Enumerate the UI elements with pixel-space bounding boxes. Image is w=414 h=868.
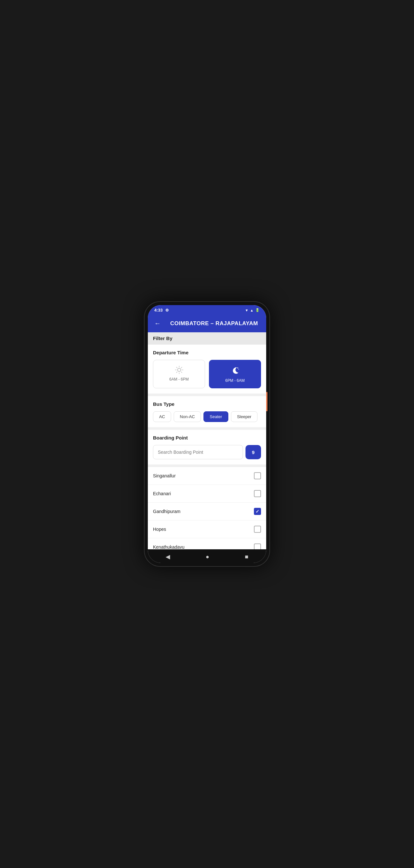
- side-button: [266, 392, 268, 411]
- header: ← COIMBATORE – RAJAPALAYAM: [148, 314, 266, 332]
- filter-by-bar: Filter By: [148, 332, 266, 345]
- bus-type-ac[interactable]: AC: [153, 411, 171, 422]
- page-title: COIMBATORE – RAJAPALAYAM: [167, 320, 261, 327]
- day-time-label: 6AM - 6PM: [169, 377, 188, 381]
- bus-type-non-ac[interactable]: Non-AC: [174, 411, 201, 422]
- boarding-item-hopes: Hopes: [148, 521, 266, 538]
- bus-type-sleeper[interactable]: Sleeper: [231, 411, 258, 422]
- night-time-label: 6PM - 6AM: [225, 378, 244, 383]
- time-options: 6AM - 6PM 6PM - 6AM: [153, 360, 261, 388]
- boarding-checkbox-gandhipuram[interactable]: [254, 508, 261, 515]
- bus-type-label: Bus Type: [153, 401, 261, 407]
- moon-icon: [231, 365, 240, 376]
- boarding-name: Singanallur: [153, 473, 176, 478]
- boarding-checkbox-singanallur[interactable]: [254, 472, 261, 479]
- battery-icon: 🔋: [255, 308, 260, 312]
- status-bar: 4:33 ⚙ ▼ ▲ 🔋: [148, 305, 266, 314]
- svg-line-7: [181, 367, 182, 368]
- boarding-item-gandhipuram: Gandhipuram: [148, 503, 266, 521]
- signal-icon: ▲: [250, 308, 253, 312]
- svg-line-6: [181, 372, 182, 372]
- svg-point-9: [237, 368, 238, 369]
- wifi-icon: ▼: [245, 308, 248, 312]
- boarding-item-singanallur: Singanallur: [148, 467, 266, 485]
- search-boarding-input[interactable]: [153, 445, 243, 459]
- svg-line-8: [176, 372, 177, 372]
- status-time: 4:33: [154, 308, 163, 313]
- boarding-search-row: 9: [153, 445, 261, 459]
- svg-point-10: [238, 369, 239, 370]
- departure-time-label: Departure Time: [153, 350, 261, 355]
- boarding-point-section: Boarding Point 9: [148, 430, 266, 464]
- boarding-name: Gandhipuram: [153, 509, 180, 514]
- svg-point-0: [178, 368, 181, 371]
- gear-icon: ⚙: [165, 308, 169, 313]
- time-option-night[interactable]: 6PM - 6AM: [209, 360, 261, 388]
- boarding-point-label: Boarding Point: [153, 435, 261, 440]
- boarding-item-echanari: Echanari: [148, 485, 266, 503]
- bus-type-options: AC Non-AC Seater Sleeper: [153, 411, 261, 422]
- back-button[interactable]: ←: [153, 318, 162, 329]
- sun-icon: [175, 365, 184, 374]
- content-area: Filter By Departure Time: [148, 332, 266, 549]
- boarding-checkbox-echanari[interactable]: [254, 490, 261, 497]
- boarding-name: Kenathukadavu: [153, 545, 184, 549]
- boarding-name: Hopes: [153, 527, 166, 532]
- boarding-checkbox-hopes[interactable]: [254, 526, 261, 533]
- bus-type-section: Bus Type AC Non-AC Seater Sleeper: [148, 396, 266, 427]
- bus-type-seater[interactable]: Seater: [203, 411, 228, 422]
- nav-recents-button[interactable]: ■: [245, 554, 248, 560]
- filter-by-label: Filter By: [153, 336, 172, 341]
- time-option-day[interactable]: 6AM - 6PM: [153, 360, 205, 388]
- nav-back-button[interactable]: ◀: [166, 553, 170, 560]
- boarding-count-badge: 9: [245, 445, 261, 459]
- departure-time-section: Departure Time: [148, 345, 266, 394]
- boarding-checkbox-kenathukadavu[interactable]: [254, 544, 261, 549]
- boarding-item-kenathukadavu: Kenathukadavu: [148, 538, 266, 549]
- boarding-list: Singanallur Echanari Gandhipuram Hopes K…: [148, 467, 266, 549]
- boarding-name: Echanari: [153, 491, 171, 496]
- nav-home-button[interactable]: ●: [206, 554, 209, 560]
- nav-bar: ◀ ● ■: [148, 549, 266, 563]
- svg-line-5: [176, 367, 177, 368]
